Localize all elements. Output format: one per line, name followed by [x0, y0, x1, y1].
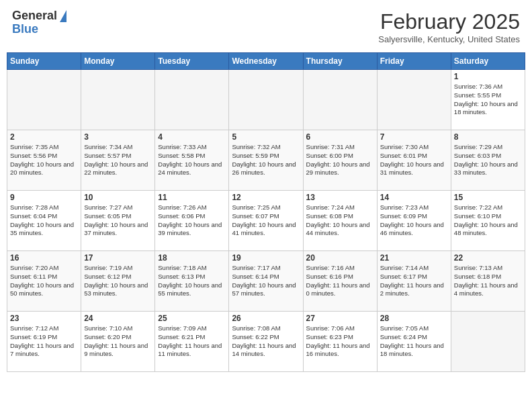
day-number: 8	[454, 132, 522, 142]
day-number: 14	[380, 193, 448, 202]
calendar-cell	[81, 70, 155, 130]
day-number: 18	[158, 253, 226, 263]
weekday-header-tuesday: Tuesday	[155, 53, 229, 70]
day-number: 21	[380, 253, 448, 263]
day-info: Sunrise: 7:32 AMSunset: 5:59 PMDaylight:…	[232, 143, 300, 177]
calendar-cell	[155, 70, 229, 130]
day-number: 19	[232, 253, 300, 263]
day-info: Sunrise: 7:05 AMSunset: 6:24 PMDaylight:…	[380, 324, 448, 359]
calendar-cell: 9Sunrise: 7:28 AMSunset: 6:04 PMDaylight…	[7, 191, 81, 251]
day-info: Sunrise: 7:29 AMSunset: 6:03 PMDaylight:…	[454, 143, 522, 177]
calendar-cell: 15Sunrise: 7:22 AMSunset: 6:10 PMDayligh…	[451, 191, 525, 251]
calendar-cell: 3Sunrise: 7:34 AMSunset: 5:57 PMDaylight…	[81, 130, 155, 191]
weekday-header-sunday: Sunday	[7, 53, 81, 70]
weekday-header-friday: Friday	[377, 53, 451, 70]
day-number: 4	[158, 132, 226, 142]
calendar-cell: 20Sunrise: 7:16 AMSunset: 6:16 PMDayligh…	[303, 251, 377, 312]
calendar-week-4: 16Sunrise: 7:20 AMSunset: 6:11 PMDayligh…	[7, 251, 525, 312]
calendar-cell: 2Sunrise: 7:35 AMSunset: 5:56 PMDaylight…	[7, 130, 81, 191]
calendar-cell: 17Sunrise: 7:19 AMSunset: 6:12 PMDayligh…	[81, 251, 155, 312]
day-number: 9	[10, 193, 78, 202]
day-number: 11	[158, 193, 226, 202]
page-header: General Blue February 2025 Salyersville,…	[7, 7, 525, 47]
day-info: Sunrise: 7:09 AMSunset: 6:21 PMDaylight:…	[158, 324, 226, 359]
weekday-header-monday: Monday	[81, 53, 155, 70]
day-number: 6	[306, 132, 374, 142]
day-info: Sunrise: 7:14 AMSunset: 6:17 PMDaylight:…	[380, 264, 448, 298]
day-number: 5	[232, 132, 300, 142]
day-info: Sunrise: 7:31 AMSunset: 6:00 PMDaylight:…	[306, 143, 374, 177]
calendar-cell: 28Sunrise: 7:05 AMSunset: 6:24 PMDayligh…	[377, 312, 451, 372]
calendar-cell: 8Sunrise: 7:29 AMSunset: 6:03 PMDaylight…	[451, 130, 525, 191]
month-title: February 2025	[378, 9, 520, 34]
day-number: 24	[84, 314, 152, 323]
day-info: Sunrise: 7:22 AMSunset: 6:10 PMDaylight:…	[454, 203, 522, 238]
calendar-cell: 14Sunrise: 7:23 AMSunset: 6:09 PMDayligh…	[377, 191, 451, 251]
day-info: Sunrise: 7:30 AMSunset: 6:01 PMDaylight:…	[380, 143, 448, 177]
day-info: Sunrise: 7:17 AMSunset: 6:14 PMDaylight:…	[232, 264, 300, 298]
day-info: Sunrise: 7:23 AMSunset: 6:09 PMDaylight:…	[380, 203, 448, 238]
calendar-cell	[229, 70, 303, 130]
day-number: 23	[10, 314, 78, 323]
day-number: 20	[306, 253, 374, 263]
calendar-cell: 21Sunrise: 7:14 AMSunset: 6:17 PMDayligh…	[377, 251, 451, 312]
day-info: Sunrise: 7:06 AMSunset: 6:23 PMDaylight:…	[306, 324, 374, 359]
day-number: 3	[84, 132, 152, 142]
calendar-cell: 18Sunrise: 7:18 AMSunset: 6:13 PMDayligh…	[155, 251, 229, 312]
day-number: 25	[158, 314, 226, 323]
weekday-header-row: SundayMondayTuesdayWednesdayThursdayFrid…	[7, 53, 525, 70]
calendar-cell: 23Sunrise: 7:12 AMSunset: 6:19 PMDayligh…	[7, 312, 81, 372]
logo-blue-text: Blue	[12, 23, 38, 36]
day-number: 12	[232, 193, 300, 202]
calendar-cell: 10Sunrise: 7:27 AMSunset: 6:05 PMDayligh…	[81, 191, 155, 251]
calendar-week-3: 9Sunrise: 7:28 AMSunset: 6:04 PMDaylight…	[7, 191, 525, 251]
day-info: Sunrise: 7:35 AMSunset: 5:56 PMDaylight:…	[10, 143, 78, 177]
day-info: Sunrise: 7:26 AMSunset: 6:06 PMDaylight:…	[158, 203, 226, 238]
calendar-cell: 16Sunrise: 7:20 AMSunset: 6:11 PMDayligh…	[7, 251, 81, 312]
day-info: Sunrise: 7:13 AMSunset: 6:18 PMDaylight:…	[454, 264, 522, 298]
day-number: 7	[380, 132, 448, 142]
calendar-cell: 12Sunrise: 7:25 AMSunset: 6:07 PMDayligh…	[229, 191, 303, 251]
calendar-cell: 24Sunrise: 7:10 AMSunset: 6:20 PMDayligh…	[81, 312, 155, 372]
calendar-cell	[303, 70, 377, 130]
day-info: Sunrise: 7:16 AMSunset: 6:16 PMDaylight:…	[306, 264, 374, 298]
day-info: Sunrise: 7:27 AMSunset: 6:05 PMDaylight:…	[84, 203, 152, 238]
day-info: Sunrise: 7:10 AMSunset: 6:20 PMDaylight:…	[84, 324, 152, 359]
calendar-cell: 6Sunrise: 7:31 AMSunset: 6:00 PMDaylight…	[303, 130, 377, 191]
day-number: 22	[454, 253, 522, 263]
day-number: 15	[454, 193, 522, 202]
day-info: Sunrise: 7:33 AMSunset: 5:58 PMDaylight:…	[158, 143, 226, 177]
day-info: Sunrise: 7:28 AMSunset: 6:04 PMDaylight:…	[10, 203, 78, 238]
day-number: 27	[306, 314, 374, 323]
calendar-cell: 27Sunrise: 7:06 AMSunset: 6:23 PMDayligh…	[303, 312, 377, 372]
calendar-cell: 11Sunrise: 7:26 AMSunset: 6:06 PMDayligh…	[155, 191, 229, 251]
day-number: 2	[10, 132, 78, 142]
calendar-cell	[451, 312, 525, 372]
day-info: Sunrise: 7:25 AMSunset: 6:07 PMDaylight:…	[232, 203, 300, 238]
day-info: Sunrise: 7:34 AMSunset: 5:57 PMDaylight:…	[84, 143, 152, 177]
day-number: 26	[232, 314, 300, 323]
day-number: 10	[84, 193, 152, 202]
calendar-cell	[7, 70, 81, 130]
calendar-cell: 1Sunrise: 7:36 AMSunset: 5:55 PMDaylight…	[451, 70, 525, 130]
day-number: 17	[84, 253, 152, 263]
calendar-cell: 7Sunrise: 7:30 AMSunset: 6:01 PMDaylight…	[377, 130, 451, 191]
day-info: Sunrise: 7:24 AMSunset: 6:08 PMDaylight:…	[306, 203, 374, 238]
day-number: 13	[306, 193, 374, 202]
calendar-cell: 19Sunrise: 7:17 AMSunset: 6:14 PMDayligh…	[229, 251, 303, 312]
calendar-cell: 4Sunrise: 7:33 AMSunset: 5:58 PMDaylight…	[155, 130, 229, 191]
calendar-week-1: 1Sunrise: 7:36 AMSunset: 5:55 PMDaylight…	[7, 70, 525, 130]
calendar-cell: 25Sunrise: 7:09 AMSunset: 6:21 PMDayligh…	[155, 312, 229, 372]
logo-general-text: General	[12, 9, 57, 23]
calendar-week-5: 23Sunrise: 7:12 AMSunset: 6:19 PMDayligh…	[7, 312, 525, 372]
day-number: 1	[454, 72, 522, 81]
calendar-cell: 5Sunrise: 7:32 AMSunset: 5:59 PMDaylight…	[229, 130, 303, 191]
day-info: Sunrise: 7:12 AMSunset: 6:19 PMDaylight:…	[10, 324, 78, 359]
title-area: February 2025 Salyersville, Kentucky, Un…	[378, 9, 520, 44]
calendar-cell: 22Sunrise: 7:13 AMSunset: 6:18 PMDayligh…	[451, 251, 525, 312]
day-info: Sunrise: 7:08 AMSunset: 6:22 PMDaylight:…	[232, 324, 300, 359]
logo: General Blue	[12, 9, 66, 36]
weekday-header-wednesday: Wednesday	[229, 53, 303, 70]
logo-triangle-icon	[60, 10, 66, 22]
day-info: Sunrise: 7:19 AMSunset: 6:12 PMDaylight:…	[84, 264, 152, 298]
